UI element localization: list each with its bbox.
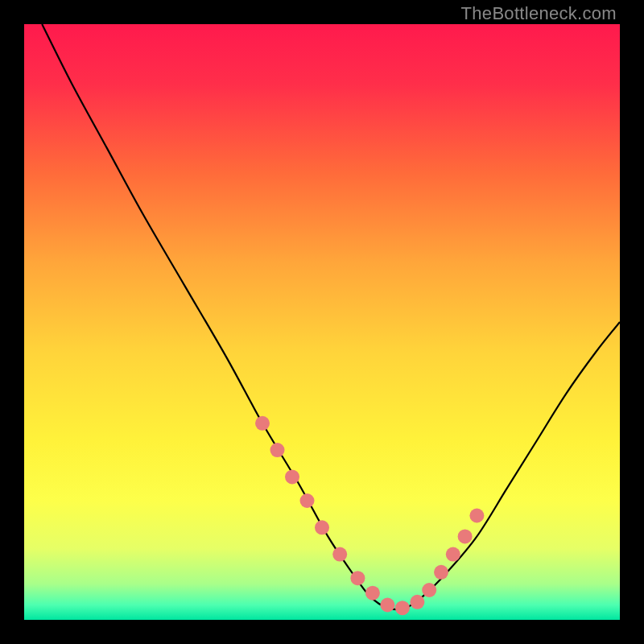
highlight-dot	[365, 586, 380, 601]
curve-layer	[24, 24, 620, 620]
highlight-dot	[410, 595, 424, 609]
highlight-dot	[285, 469, 299, 484]
highlight-dot	[446, 547, 460, 562]
highlight-dot	[469, 509, 484, 523]
bottleneck-curve	[42, 24, 620, 609]
highlight-dot	[270, 443, 285, 457]
highlight-dot	[395, 601, 410, 615]
highlight-dot	[380, 598, 394, 613]
highlight-dots	[255, 416, 484, 615]
plot-area	[24, 24, 620, 620]
highlight-dot	[422, 583, 436, 597]
highlight-dot	[315, 520, 329, 535]
highlight-dot	[350, 571, 365, 585]
chart-container: TheBottleneck.com	[0, 0, 644, 644]
watermark-text: TheBottleneck.com	[461, 3, 617, 24]
highlight-dot	[300, 493, 315, 508]
highlight-dot	[434, 565, 448, 580]
highlight-dot	[458, 529, 473, 543]
highlight-dot	[255, 416, 270, 431]
highlight-dot	[332, 547, 347, 562]
